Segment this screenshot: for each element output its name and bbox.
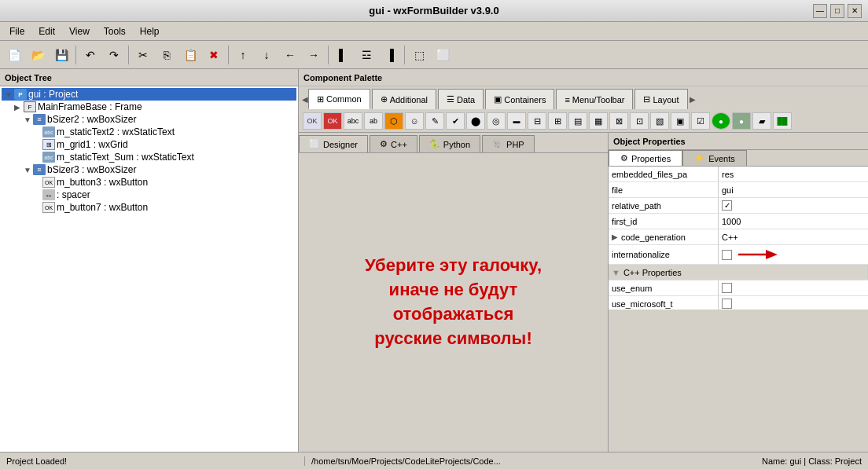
editor-canvas: Уберите эту галочку, иначе не будут отоб… [299,153,608,452]
section-arrow-cpp[interactable]: ▼ [612,268,620,277]
tree-item-statictext2[interactable]: abc m_staticText2 : wxStaticText [2,126,296,138]
prop-val-useenum[interactable] [719,280,868,295]
internationalize-checkbox[interactable] [722,250,732,260]
tree-item-statictextsum[interactable]: abc m_staticText_Sum : wxStaticText [2,151,296,163]
fit-button[interactable]: ⬜ [432,44,454,66]
palette-icon-10[interactable]: ◎ [487,112,506,130]
palette-icon-24[interactable]: ██ [773,112,792,130]
palette-icon-16[interactable]: ⊠ [609,112,628,130]
layout-tab-icon: ⊟ [643,94,650,104]
align-left-button[interactable]: ▌ [332,44,354,66]
palette-icon-13[interactable]: ⊞ [548,112,567,130]
palette-tab-layout[interactable]: ⊟ Layout [634,89,687,109]
tree-item-bsizer2[interactable]: ▼ ≡ bSizer2 : wxBoxSizer [2,113,296,126]
expand-button[interactable]: ⬚ [408,44,430,66]
palette-icon-7[interactable]: ✎ [425,112,444,130]
tree-expand-mainframe[interactable]: ▶ [14,103,24,112]
tree-expand-project[interactable]: ▼ [5,90,14,99]
canvas-message: Уберите эту галочку, иначе не будут отоб… [365,254,542,350]
relative-path-checkbox[interactable]: ✓ [722,200,732,211]
palette-icon-6[interactable]: ☺ [405,112,424,130]
palette-icon-20[interactable]: ☑ [691,112,710,130]
paste-button[interactable]: 📋 [179,44,201,66]
tab-python[interactable]: 🐍 Python [419,135,480,152]
palette-icon-5[interactable]: ⬡ [384,112,403,130]
tree-expand-bsizer3[interactable]: ▼ [24,166,33,174]
object-tree[interactable]: ▼ P gui : Project ▶ F MainFrameBase : Fr… [0,86,298,452]
menu-file[interactable]: File [3,24,31,38]
sep-1 [75,46,76,64]
palette-icon-18[interactable]: ▧ [650,112,669,130]
tree-item-spacer[interactable]: ↔ : spacer [2,189,296,201]
minimize-button[interactable]: — [813,4,827,18]
menu-view[interactable]: View [63,24,96,38]
move-left-button[interactable]: ← [279,44,301,66]
open-button[interactable]: 📂 [27,44,49,66]
prop-val-internationalize[interactable] [719,245,868,264]
palette-icon-12[interactable]: ⊟ [528,112,546,130]
tree-item-button3[interactable]: OK m_button3 : wxButton [2,176,296,189]
new-button[interactable]: 📄 [3,44,25,66]
palette-icon-3[interactable]: abc [344,112,362,130]
align-right-button[interactable]: ▐ [379,44,401,66]
tree-item-mainframe[interactable]: ▶ F MainFrameBase : Frame [2,101,296,113]
tree-expand-bsizer2[interactable]: ▼ [24,115,33,124]
palette-icon-23[interactable]: ▰ [752,112,771,130]
props-tab-properties[interactable]: ⚙ Properties [609,150,682,166]
palette-icon-17[interactable]: ⊡ [630,112,649,130]
tab-designer[interactable]: ⬜ Designer [299,135,368,152]
tree-item-button7[interactable]: OK m_button7 : wxButton [2,201,296,214]
undo-button[interactable]: ↶ [79,44,101,66]
maximize-button[interactable]: □ [830,4,844,18]
move-down-button[interactable]: ↓ [256,44,278,66]
prop-val-file[interactable]: gui [719,182,868,197]
tree-item-grid1[interactable]: ⊞ m_grid1 : wxGrid [2,138,296,151]
left-panel: Object Tree ▼ P gui : Project ▶ F MainFr… [0,69,299,452]
move-up-button[interactable]: ↑ [232,44,254,66]
palette-tab-menutoolbar[interactable]: ≡ Menu/Toolbar [556,89,633,109]
cpp-tab-icon: ⚙ [380,139,388,149]
palette-tab-data[interactable]: ☰ Data [438,89,484,109]
prop-val-embedded[interactable]: res [719,167,868,181]
palette-icon-19[interactable]: ▣ [671,112,690,130]
prop-val-codegeneration[interactable]: C++ [719,229,868,244]
prop-val-firstid[interactable]: 1000 [719,214,868,229]
palette-icon-15[interactable]: ▦ [589,112,608,130]
palette-icon-2[interactable]: OK [323,112,342,130]
close-button[interactable]: ✕ [848,4,862,18]
palette-icon-14[interactable]: ▤ [568,112,587,130]
tree-item-project[interactable]: ▼ P gui : Project [2,88,296,101]
align-center-button[interactable]: ☲ [355,44,377,66]
palette-tab-containers[interactable]: ▣ Containers [485,89,554,109]
use-microsoft-checkbox[interactable] [722,299,732,309]
palette-icon-4[interactable]: ab [364,112,383,130]
copy-button[interactable]: ⎘ [156,44,178,66]
prop-val-usemicrosoftt[interactable] [719,296,868,310]
palette-icon-9[interactable]: ⬤ [466,112,485,130]
save-button[interactable]: 💾 [50,44,72,66]
palette-icon-8[interactable]: ✔ [446,112,465,130]
use-enum-checkbox[interactable] [722,283,732,293]
tab-php[interactable]: 🐘 PHP [482,135,535,152]
palette-scroll-right[interactable]: ▶ [690,95,696,104]
palette-tab-common[interactable]: ⊞ Common [308,89,370,109]
props-tab-events[interactable]: ⚡ Events [682,150,747,166]
move-right-button[interactable]: → [303,44,325,66]
cut-button[interactable]: ✂ [132,44,154,66]
menu-help[interactable]: Help [134,24,166,38]
palette-tab-additional[interactable]: ⊕ Additional [372,89,436,109]
expand-icon-codegeneration[interactable]: ▶ [612,233,618,241]
prop-val-relativepath[interactable]: ✓ [719,198,868,213]
redo-button[interactable]: ↷ [103,44,125,66]
palette-icon-21[interactable]: ● [712,112,730,130]
palette-scroll-left[interactable]: ◀ [302,95,308,104]
palette-icon-22[interactable]: ● [732,112,751,130]
tab-cpp[interactable]: ⚙ C++ [370,135,417,152]
delete-button[interactable]: ✖ [203,44,225,66]
palette-icon-11[interactable]: ▬ [507,112,526,130]
sep-5 [404,46,405,64]
menu-tools[interactable]: Tools [97,24,132,38]
menu-edit[interactable]: Edit [32,24,61,38]
tree-item-bsizer3[interactable]: ▼ ≡ bSizer3 : wxBoxSizer [2,163,296,176]
palette-icon-1[interactable]: OK [303,112,322,130]
